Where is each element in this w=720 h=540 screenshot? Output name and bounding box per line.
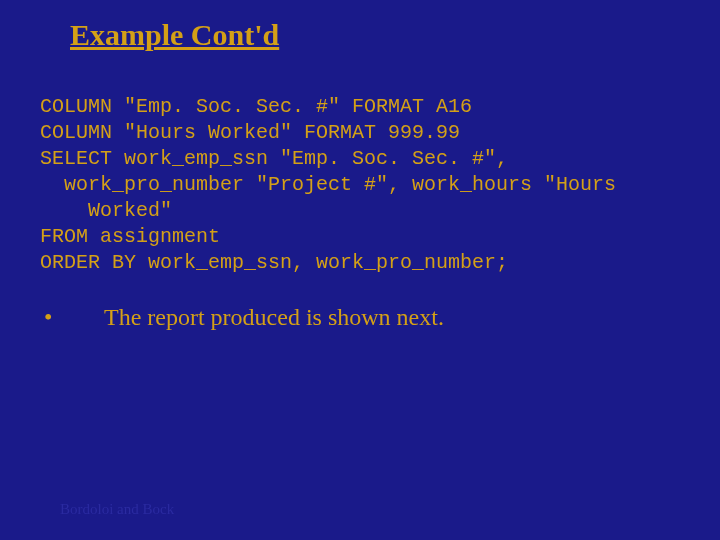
bullet-marker: • xyxy=(40,302,104,333)
sql-code-block: COLUMN "Emp. Soc. Sec. #" FORMAT A16 COL… xyxy=(40,94,680,276)
footer-attribution: Bordoloi and Bock xyxy=(60,501,174,518)
bullet-row: • The report produced is shown next. xyxy=(40,302,680,333)
bullet-text: The report produced is shown next. xyxy=(104,302,444,333)
slide-title: Example Cont'd xyxy=(70,18,279,52)
slide: Example Cont'd COLUMN "Emp. Soc. Sec. #"… xyxy=(0,0,720,540)
